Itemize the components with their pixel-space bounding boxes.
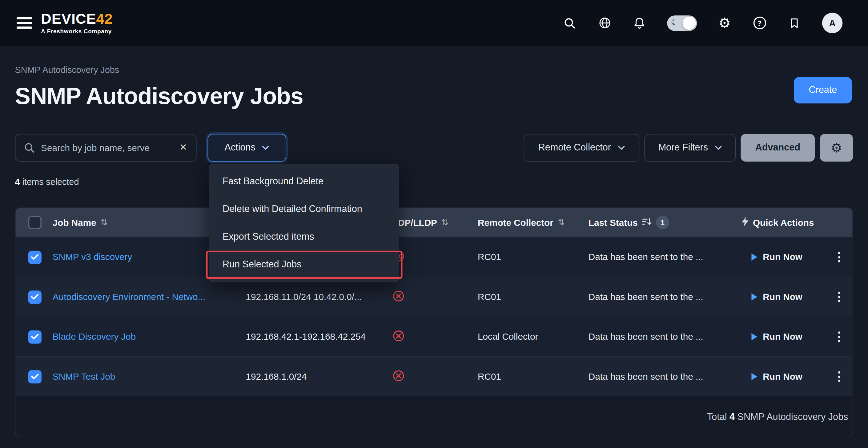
last-status-cell: Data has been sent to the ...	[589, 372, 741, 382]
row-checkbox[interactable]	[28, 251, 41, 264]
header-job-name-label: Job Name	[53, 217, 96, 228]
bookmark-icon[interactable]	[787, 16, 802, 30]
network-cell: 192.168.1.0/24	[246, 372, 392, 382]
run-now-label: Run Now	[763, 331, 802, 342]
job-name-link[interactable]: SNMP Test Job	[53, 372, 238, 382]
error-circle-icon	[393, 373, 405, 383]
menu-item-export-selected[interactable]: Export Selected items	[209, 223, 399, 251]
row-menu-kebab-icon[interactable]	[836, 250, 843, 265]
remote-collector-cell: RC01	[478, 372, 589, 382]
theme-toggle[interactable]	[667, 15, 697, 30]
last-status-cell: Data has been sent to the ...	[589, 331, 741, 342]
cdp-lldp-cell	[392, 290, 478, 304]
header-remote-collector-label: Remote Collector	[478, 217, 553, 228]
create-button[interactable]: Create	[794, 77, 852, 103]
table-row: Autodiscovery Environment - Netwo... 192…	[16, 277, 852, 316]
job-name-link[interactable]: Blade Discovery Job	[53, 331, 238, 342]
bolt-icon	[741, 217, 749, 228]
run-now-button[interactable]: Run Now	[751, 292, 802, 302]
cdp-lldp-cell	[392, 329, 478, 344]
search-icon	[23, 141, 36, 156]
menu-item-run-selected-jobs[interactable]: Run Selected Jobs	[209, 251, 399, 279]
network-cell: 192.168.11.0/24 10.42.0.0/...	[246, 292, 392, 302]
remote-collector-cell: RC01	[478, 252, 589, 262]
total-suffix: SNMP Autodiscovery Jobs	[735, 411, 848, 422]
selection-count: 4	[15, 177, 20, 187]
search-input[interactable]	[15, 134, 197, 162]
actions-dropdown-button[interactable]: Actions	[208, 134, 286, 162]
run-now-label: Run Now	[763, 252, 802, 262]
hamburger-menu-icon[interactable]	[17, 17, 32, 29]
select-all-checkbox[interactable]	[28, 216, 41, 229]
toolbar-right: Remote Collector More Filters Advanced	[524, 134, 853, 162]
selection-summary: 4 items selected	[15, 177, 79, 187]
remote-collector-label: Remote Collector	[538, 142, 611, 153]
table-row: Blade Discovery Job 192.168.42.1-192.168…	[16, 317, 852, 356]
header-quick-actions: Quick Actions	[741, 217, 852, 228]
toolbar: Actions Remote Collector More Filters Ad…	[15, 134, 853, 162]
cdp-lldp-cell	[392, 369, 478, 384]
search-box	[15, 134, 197, 162]
search-icon[interactable]	[562, 16, 577, 30]
total-prefix: Total	[707, 411, 730, 422]
chevron-down-icon	[715, 146, 722, 150]
advanced-button[interactable]: Advanced	[741, 134, 815, 162]
run-now-button[interactable]: Run Now	[751, 372, 802, 382]
table-row: SNMP v3 discovery RC01 Data has been sen…	[16, 237, 852, 277]
chevron-down-icon	[618, 146, 625, 150]
sort-icon	[101, 218, 108, 227]
header-last-status-label: Last Status	[589, 217, 638, 228]
header-remote-collector[interactable]: Remote Collector	[478, 217, 589, 228]
header-last-status[interactable]: Last Status 1	[589, 216, 741, 229]
remote-collector-cell: RC01	[478, 292, 589, 302]
header-cdp-lldp[interactable]: CDP/LLDP	[392, 217, 478, 228]
help-icon[interactable]	[752, 16, 767, 30]
row-menu-kebab-icon[interactable]	[836, 290, 843, 305]
chevron-down-icon	[262, 146, 269, 150]
gear-icon	[831, 140, 842, 155]
menu-item-fast-background-delete[interactable]: Fast Background Delete	[209, 168, 399, 195]
breadcrumb[interactable]: SNMP Autodiscovery Jobs	[15, 65, 119, 75]
row-menu-kebab-icon[interactable]	[836, 329, 843, 344]
row-checkbox[interactable]	[28, 370, 41, 383]
table-settings-button[interactable]	[820, 134, 853, 162]
job-name-link[interactable]: Autodiscovery Environment - Netwo...	[53, 292, 238, 302]
brand-accent: 42	[96, 11, 113, 27]
app: DEVICE42 A Freshworks Company A	[0, 0, 868, 448]
page-title: SNMP Autodiscovery Jobs	[15, 83, 303, 109]
row-menu-kebab-icon[interactable]	[836, 369, 843, 384]
remote-collector-cell: Local Collector	[478, 331, 589, 342]
more-filters-label: More Filters	[658, 142, 708, 153]
last-status-cell: Data has been sent to the ...	[589, 252, 741, 262]
clear-search-icon[interactable]	[177, 141, 190, 154]
globe-icon[interactable]	[597, 16, 612, 30]
total-count: 4	[730, 411, 735, 422]
run-now-label: Run Now	[763, 292, 802, 302]
brand-subtitle: A Freshworks Company	[41, 28, 113, 34]
more-filters-dropdown[interactable]: More Filters	[644, 134, 736, 162]
top-navbar: DEVICE42 A Freshworks Company A	[0, 0, 868, 46]
menu-item-label: Run Selected Jobs	[222, 259, 302, 269]
run-now-button[interactable]: Run Now	[751, 331, 802, 342]
row-checkbox[interactable]	[28, 290, 41, 303]
run-now-button[interactable]: Run Now	[751, 252, 802, 262]
sort-icon	[558, 218, 565, 227]
row-checkbox[interactable]	[28, 330, 41, 343]
selection-label: items selected	[20, 177, 79, 187]
jobs-table: Job Name CDP/LLDP Remote Collector Last …	[15, 207, 853, 437]
actions-label: Actions	[225, 142, 255, 153]
table-footer-total: Total 4 SNMP Autodiscovery Jobs	[16, 396, 852, 437]
last-status-cell: Data has been sent to the ...	[589, 292, 741, 302]
brand-name: DEVICE	[41, 11, 96, 27]
error-circle-icon	[393, 293, 405, 303]
settings-gear-icon[interactable]	[717, 16, 732, 30]
moon-icon	[671, 17, 678, 27]
toggle-knob	[683, 16, 696, 30]
notifications-bell-icon[interactable]	[632, 16, 647, 30]
network-cell: 192.168.42.1-192.168.42.254	[246, 331, 392, 342]
menu-item-delete-with-confirmation[interactable]: Delete with Detailed Confirmation	[209, 195, 399, 223]
sort-priority-badge: 1	[656, 216, 669, 229]
run-now-label: Run Now	[763, 372, 802, 382]
user-avatar[interactable]: A	[822, 12, 843, 33]
remote-collector-filter[interactable]: Remote Collector	[524, 134, 639, 162]
